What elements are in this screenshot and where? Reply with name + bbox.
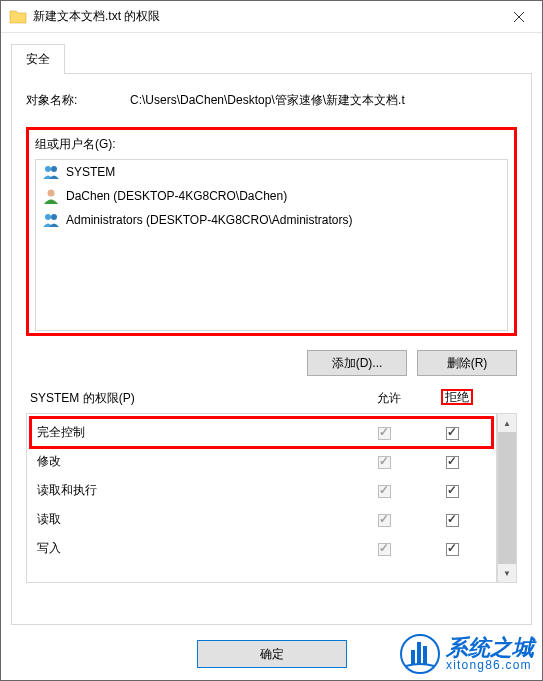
groups-label: 组或用户名(G): [35, 136, 508, 153]
perm-row-modify: 修改 [27, 447, 496, 476]
watermark: 系统之城 xitong86.com [400, 634, 534, 674]
content-area: 安全 对象名称: C:\Users\DaChen\Desktop\管家速修\新建… [1, 33, 542, 625]
allow-checkbox[interactable] [378, 456, 391, 469]
group-icon [42, 163, 60, 181]
tab-header: 安全 [11, 43, 532, 73]
svg-point-4 [51, 214, 57, 220]
remove-button[interactable]: 删除(R) [417, 350, 517, 376]
svg-point-2 [48, 190, 55, 197]
permissions-scrollbar[interactable]: ▲ ▼ [497, 413, 517, 583]
svg-point-1 [51, 166, 57, 172]
perm-name: 修改 [37, 453, 350, 470]
deny-checkbox[interactable] [446, 543, 459, 556]
perm-row-read-execute: 读取和执行 [27, 476, 496, 505]
scroll-down-button[interactable]: ▼ [498, 564, 516, 582]
permissions-header: SYSTEM 的权限(P) 允许 拒绝 [26, 390, 517, 407]
permissions-header-label: SYSTEM 的权限(P) [30, 390, 355, 407]
groups-highlight-box: 组或用户名(G): SYSTEM DaChen (DES [26, 127, 517, 336]
user-item-administrators[interactable]: Administrators (DESKTOP-4KG8CRO\Administ… [36, 208, 507, 232]
window-title: 新建文本文档.txt 的权限 [33, 8, 496, 25]
perm-row-write: 写入 [27, 534, 496, 563]
allow-checkbox[interactable] [378, 514, 391, 527]
user-item-dachen[interactable]: DaChen (DESKTOP-4KG8CRO\DaChen) [36, 184, 507, 208]
allow-header: 允许 [355, 390, 423, 407]
deny-checkbox[interactable] [446, 485, 459, 498]
folder-icon [9, 8, 27, 26]
user-name: DaChen (DESKTOP-4KG8CRO\DaChen) [66, 189, 287, 203]
scroll-up-button[interactable]: ▲ [498, 414, 516, 432]
user-icon [42, 187, 60, 205]
deny-checkbox[interactable] [446, 427, 459, 440]
group-icon [42, 211, 60, 229]
svg-rect-8 [411, 650, 415, 664]
add-button[interactable]: 添加(D)... [307, 350, 407, 376]
perm-name: 写入 [37, 540, 350, 557]
ok-button[interactable]: 确定 [197, 640, 347, 668]
deny-header: 拒绝 [423, 390, 491, 407]
scroll-thumb[interactable] [498, 432, 516, 564]
watermark-url: xitong86.com [446, 659, 534, 671]
titlebar: 新建文本文档.txt 的权限 [1, 1, 542, 33]
watermark-logo-icon [400, 634, 440, 674]
allow-checkbox[interactable] [378, 485, 391, 498]
object-path: C:\Users\DaChen\Desktop\管家速修\新建文本文档.t [130, 92, 517, 109]
perm-row-full-control: 完全控制 [27, 418, 496, 447]
object-label: 对象名称: [26, 92, 130, 109]
svg-rect-6 [417, 642, 421, 664]
watermark-text: 系统之城 xitong86.com [446, 637, 534, 671]
perm-name: 读取和执行 [37, 482, 350, 499]
allow-checkbox[interactable] [378, 543, 391, 556]
object-row: 对象名称: C:\Users\DaChen\Desktop\管家速修\新建文本文… [26, 92, 517, 109]
tab-body: 对象名称: C:\Users\DaChen\Desktop\管家速修\新建文本文… [11, 73, 532, 625]
deny-checkbox[interactable] [446, 514, 459, 527]
close-button[interactable] [496, 1, 542, 33]
permissions-area: 完全控制 修改 读取和执行 [26, 413, 517, 583]
tab-container: 安全 对象名称: C:\Users\DaChen\Desktop\管家速修\新建… [11, 43, 532, 625]
permissions-dialog: 新建文本文档.txt 的权限 安全 对象名称: C:\Users\DaChen\… [0, 0, 543, 681]
perm-name: 完全控制 [37, 424, 350, 441]
user-item-system[interactable]: SYSTEM [36, 160, 507, 184]
perm-row-read: 读取 [27, 505, 496, 534]
svg-rect-7 [423, 646, 427, 664]
scroll-track[interactable] [498, 432, 516, 564]
tab-security[interactable]: 安全 [11, 44, 65, 74]
group-buttons-row: 添加(D)... 删除(R) [26, 350, 517, 376]
allow-checkbox[interactable] [378, 427, 391, 440]
perm-name: 读取 [37, 511, 350, 528]
svg-point-3 [45, 214, 51, 220]
watermark-title: 系统之城 [446, 637, 534, 659]
deny-checkbox[interactable] [446, 456, 459, 469]
user-name: Administrators (DESKTOP-4KG8CRO\Administ… [66, 213, 353, 227]
permissions-list: 完全控制 修改 读取和执行 [26, 413, 497, 583]
user-name: SYSTEM [66, 165, 115, 179]
svg-point-0 [45, 166, 51, 172]
user-list[interactable]: SYSTEM DaChen (DESKTOP-4KG8CRO\DaChen) [35, 159, 508, 331]
